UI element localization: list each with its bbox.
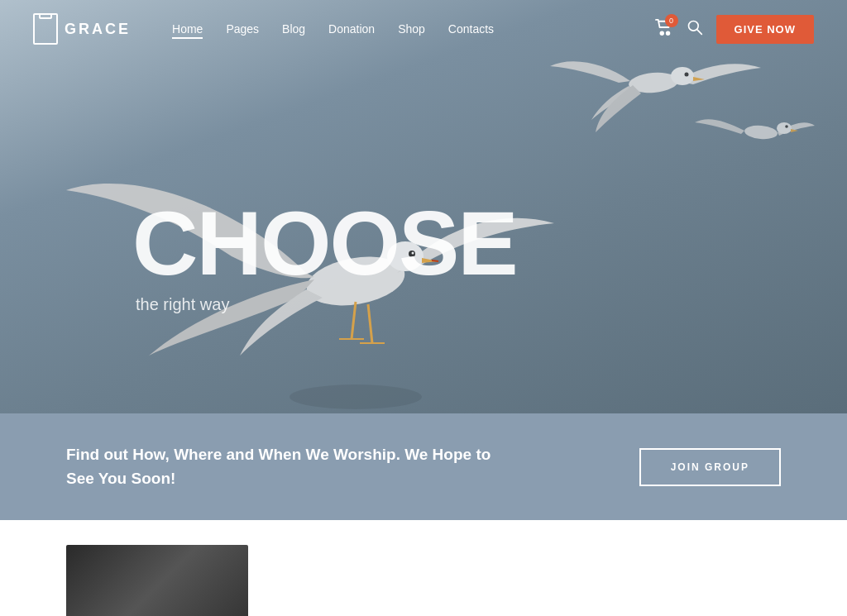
svg-rect-2 [40,13,51,18]
svg-point-15 [685,73,689,77]
nav-contacts[interactable]: Contacts [448,22,494,36]
nav-blog[interactable]: Blog [282,22,305,36]
bottom-section [0,520,847,616]
cart-badge: 0 [665,14,678,27]
main-nav: Home Pages Blog Donation Shop Contacts [172,22,655,36]
nav-home[interactable]: Home [172,22,203,36]
hero-title: CHOOSE [132,198,517,289]
join-group-button[interactable]: JOIN GROUP [639,448,781,486]
logo[interactable]: GRACE [33,13,131,45]
svg-point-14 [671,67,694,85]
header-actions: 0 GIVE NOW [655,15,814,44]
svg-point-4 [666,31,669,35]
hero-section: CHOOSE the right way [0,0,847,413]
worship-text: Find out How, Where and When We Worship.… [66,443,496,490]
hero-subtitle: the right way [136,295,517,314]
give-now-button[interactable]: GIVE NOW [716,15,814,44]
cart-button[interactable]: 0 [655,19,673,39]
content-thumbnail [66,545,248,616]
svg-point-16 [744,124,778,140]
hero-content: CHOOSE the right way [132,198,517,314]
worship-banner: Find out How, Where and When We Worship.… [0,413,847,520]
svg-point-17 [777,122,792,134]
nav-pages[interactable]: Pages [226,22,259,36]
svg-line-6 [696,29,701,33]
site-header: GRACE Home Pages Blog Donation Shop Cont… [0,0,847,58]
nav-donation[interactable]: Donation [328,22,375,36]
svg-point-3 [660,31,663,35]
svg-point-18 [785,125,788,128]
search-icon [687,19,703,36]
logo-text: GRACE [65,21,131,38]
logo-icon [33,13,58,45]
search-button[interactable] [687,19,703,40]
nav-shop[interactable]: Shop [398,22,425,36]
svg-point-19 [290,384,422,409]
